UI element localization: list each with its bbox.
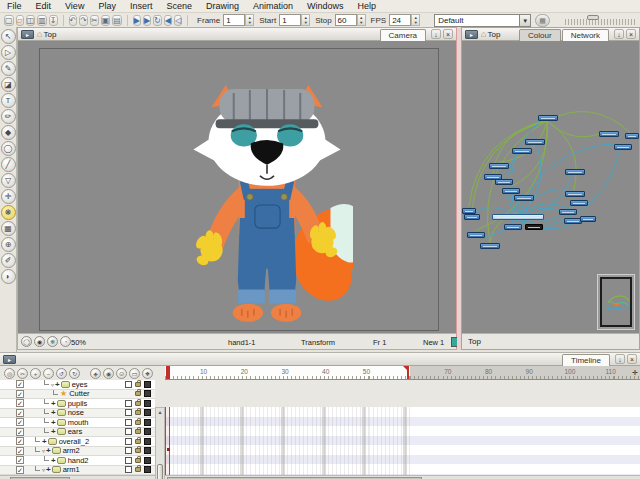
drawing-substitution-icon[interactable] [144,438,151,445]
pin-icon[interactable]: ↓ [615,354,625,364]
character-drawing[interactable] [181,81,353,333]
layer-row-eyes[interactable]: ✓▿+eyes [0,380,155,390]
open-icon[interactable]: ▱ [16,15,24,26]
layer-row-arm1[interactable]: ✓▿+arm1 [0,466,155,476]
view-menu-icon[interactable]: ▸ [3,355,16,364]
drawing-substitution-icon[interactable] [144,457,151,464]
line-tool[interactable]: ╱ [1,157,16,172]
motion-icon[interactable]: ⊙ [116,368,127,379]
network-node[interactable] [480,243,500,249]
drawing-substitution-icon[interactable] [144,381,151,388]
fps-input[interactable]: 24 [389,14,411,26]
polyline-tool[interactable]: ▽ [1,173,16,188]
drawing-substitution-icon[interactable] [144,428,151,435]
chevron-down-icon[interactable]: ▼ [520,14,531,27]
menu-help[interactable]: Help [351,1,384,11]
stop-input[interactable]: 60 [335,14,357,26]
start-input[interactable]: 1 [279,14,301,26]
cut-icon[interactable]: ✂ [90,15,99,26]
expand-icon[interactable]: + [51,456,56,465]
menu-edit[interactable]: Edit [29,1,59,11]
network-node[interactable] [492,214,544,220]
ellipse-tool[interactable]: ◯ [1,141,16,156]
frame-ruler[interactable]: ✛ 1020304050708090100110 [165,366,640,380]
network-node[interactable] [580,216,596,222]
thumbnail-toggle[interactable] [125,409,132,416]
add-layer-icon[interactable]: + [30,368,41,379]
menu-view[interactable]: View [58,1,91,11]
opengl-mode-icon[interactable]: ❋ [47,336,58,347]
menu-play[interactable]: Play [91,1,123,11]
thumbnail-toggle[interactable] [125,438,132,445]
loop-icon[interactable]: ↻ [153,15,162,26]
layer-name[interactable]: Cutter [69,389,89,398]
display-select[interactable]: Default ▼ [434,14,531,27]
layer-row-arm2[interactable]: ✓▿+arm2 [0,447,155,457]
transform-tool[interactable]: ❋ [1,205,16,220]
expand-icon[interactable]: + [51,427,56,436]
thumbnail-toggle[interactable] [125,447,132,454]
close-icon[interactable]: × [627,354,637,364]
menu-scene[interactable]: Scene [159,1,199,11]
layer-visibility-checkbox[interactable]: ✓ [16,437,24,445]
layer-name[interactable]: arm2 [63,446,80,455]
network-node[interactable] [570,200,588,206]
play-icon[interactable]: ▶ [133,15,141,26]
layer-name[interactable]: overall_2 [59,437,89,446]
default-camera-button[interactable]: ▦ [535,14,550,27]
network-node[interactable] [559,209,577,215]
lock-icon[interactable] [135,458,141,463]
undo-icon[interactable]: ↺ [56,368,67,379]
network-node[interactable] [565,191,585,197]
network-node[interactable] [504,224,522,230]
redo-icon[interactable]: ↻ [69,368,80,379]
drawing-substitution-icon[interactable] [144,409,151,416]
save-icon[interactable]: ◫ [26,15,36,26]
layer-visibility-checkbox[interactable]: ✓ [16,399,24,407]
thumbnail-toggle[interactable] [125,400,132,407]
layer-visibility-checkbox[interactable]: ✓ [16,466,24,474]
playhead-column[interactable] [165,407,170,479]
contour-editor-tool[interactable]: ▷ [1,45,16,60]
tab-network[interactable]: Network [562,29,609,41]
onion-skin-icon[interactable]: ❖ [142,368,153,379]
network-node[interactable] [599,131,619,137]
sound-icon[interactable]: ◀ [164,15,172,26]
expand-icon[interactable]: + [46,465,51,474]
menu-windows[interactable]: Windows [300,1,351,11]
brush-tool[interactable]: ✎ [1,61,16,76]
expand-icon[interactable]: + [51,399,56,408]
drawing-substitution-icon[interactable] [144,447,151,454]
layer-name[interactable]: eyes [72,380,88,389]
close-icon[interactable]: × [443,29,453,39]
copy-icon[interactable]: ▣ [101,15,111,26]
start-spinner[interactable]: ▲▼ [301,14,310,26]
network-node[interactable] [514,195,534,201]
menu-animation[interactable]: Animation [246,1,300,11]
layer-row-pupils[interactable]: ✓+pupils [0,399,155,409]
expand-icon[interactable]: + [55,380,60,389]
layer-vertical-scrollbar[interactable]: ▲ ▼ [155,407,165,479]
delete-layer-icon[interactable]: − [43,368,54,379]
network-node[interactable] [464,214,480,220]
view-menu-icon[interactable]: ▸ [21,30,34,39]
expand-icon[interactable]: + [42,437,47,446]
view-menu-icon[interactable]: ▸ [465,30,478,39]
redo-icon[interactable]: ↷ [79,15,88,26]
lock-icon[interactable] [135,391,141,396]
frame-spinner[interactable]: ▲▼ [245,14,254,26]
rotate-tool[interactable]: ✐ [1,253,16,268]
playhead-marker[interactable] [166,366,170,379]
network-node[interactable] [625,133,639,139]
drawing-substitution-icon[interactable] [144,466,151,473]
layer-horizontal-scrollbar[interactable] [0,475,155,479]
play-selection-icon[interactable]: ▶ [143,15,151,26]
save-all-icon[interactable]: ▥ [37,15,47,26]
eraser-tool[interactable]: ◪ [1,77,16,92]
frame-grid[interactable] [165,407,640,479]
network-node[interactable] [467,232,485,238]
layer-visibility-checkbox[interactable]: ✓ [16,428,24,436]
text-tool[interactable]: T [1,93,16,108]
scale-tool[interactable]: ◗ [1,269,16,284]
network-node[interactable] [565,169,585,175]
